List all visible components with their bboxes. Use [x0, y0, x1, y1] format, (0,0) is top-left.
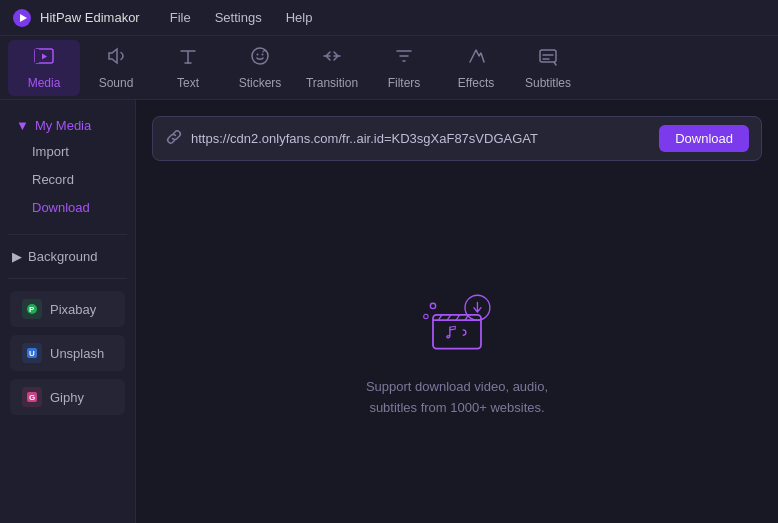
app-logo: [12, 8, 32, 28]
giphy-label: Giphy: [50, 390, 84, 405]
menu-settings[interactable]: Settings: [205, 8, 272, 27]
url-download-button[interactable]: Download: [659, 125, 749, 152]
download-label: Download: [32, 200, 90, 215]
toolbar: Media Sound Text: [0, 36, 778, 100]
toolbar-sound[interactable]: Sound: [80, 40, 152, 96]
toolbar-effects-label: Effects: [458, 76, 494, 90]
unsplash-label: Unsplash: [50, 346, 104, 361]
chevron-right-icon: ▶: [12, 249, 22, 264]
transition-icon: [321, 45, 343, 72]
toolbar-media[interactable]: Media: [8, 40, 80, 96]
menu-help[interactable]: Help: [276, 8, 323, 27]
stickers-icon: [249, 45, 271, 72]
sidebar-item-giphy[interactable]: G Giphy: [10, 379, 125, 415]
toolbar-text[interactable]: Text: [152, 40, 224, 96]
svg-rect-7: [540, 50, 556, 62]
media-icon: [33, 45, 55, 72]
main-layout: ▼ My Media Import Record Download ▶ Back…: [0, 100, 778, 523]
toolbar-subtitles[interactable]: Subtitles: [512, 40, 584, 96]
sources-list: P Pixabay U Unsplash G Giphy: [0, 285, 135, 421]
content-panel: Download: [136, 100, 778, 523]
sidebar: ▼ My Media Import Record Download ▶ Back…: [0, 100, 136, 523]
svg-text:U: U: [29, 349, 35, 358]
svg-rect-3: [35, 49, 39, 63]
my-media-label: My Media: [35, 118, 91, 133]
background-section: ▶ Background: [0, 241, 135, 272]
unsplash-icon: U: [22, 343, 42, 363]
app-name: HitPaw Edimakor: [40, 10, 140, 25]
link-icon: [165, 128, 183, 150]
chevron-down-icon: ▼: [16, 118, 29, 133]
toolbar-sound-label: Sound: [99, 76, 134, 90]
url-input[interactable]: [191, 131, 651, 146]
record-label: Record: [32, 172, 74, 187]
my-media-header[interactable]: ▼ My Media: [12, 114, 123, 137]
sidebar-separator-1: [8, 234, 127, 235]
subtitles-icon: [537, 45, 559, 72]
filters-icon: [393, 45, 415, 72]
empty-state-text: Support download video, audio, subtitles…: [366, 377, 548, 419]
titlebar: HitPaw Edimakor File Settings Help: [0, 0, 778, 36]
download-illustration: [407, 281, 507, 361]
toolbar-filters[interactable]: Filters: [368, 40, 440, 96]
sidebar-item-download[interactable]: Download: [16, 194, 119, 221]
effects-icon: [465, 45, 487, 72]
empty-line-1: Support download video, audio,: [366, 379, 548, 394]
toolbar-text-label: Text: [177, 76, 199, 90]
pixabay-label: Pixabay: [50, 302, 96, 317]
sidebar-item-import[interactable]: Import: [16, 138, 119, 165]
sound-icon: [105, 45, 127, 72]
svg-point-16: [430, 303, 435, 308]
pixabay-icon: P: [22, 299, 42, 319]
toolbar-stickers[interactable]: Stickers: [224, 40, 296, 96]
menu-file[interactable]: File: [160, 8, 201, 27]
giphy-icon: G: [22, 387, 42, 407]
svg-point-5: [257, 54, 259, 56]
toolbar-stickers-label: Stickers: [239, 76, 282, 90]
sidebar-item-pixabay[interactable]: P Pixabay: [10, 291, 125, 327]
empty-state: Support download video, audio, subtitles…: [136, 177, 778, 523]
toolbar-transition-label: Transition: [306, 76, 358, 90]
my-media-section: ▼ My Media Import Record Download: [0, 108, 135, 228]
background-label: Background: [28, 249, 97, 264]
sidebar-item-unsplash[interactable]: U Unsplash: [10, 335, 125, 371]
toolbar-effects[interactable]: Effects: [440, 40, 512, 96]
sidebar-separator-2: [8, 278, 127, 279]
background-header[interactable]: ▶ Background: [8, 245, 127, 268]
url-bar: Download: [152, 116, 762, 161]
svg-text:P: P: [29, 305, 35, 314]
import-label: Import: [32, 144, 69, 159]
svg-point-6: [262, 54, 264, 56]
svg-point-17: [424, 315, 428, 319]
svg-text:G: G: [29, 393, 35, 402]
toolbar-media-label: Media: [28, 76, 61, 90]
toolbar-subtitles-label: Subtitles: [525, 76, 571, 90]
menu-bar: File Settings Help: [160, 8, 323, 27]
text-icon: [177, 45, 199, 72]
toolbar-filters-label: Filters: [388, 76, 421, 90]
sidebar-item-record[interactable]: Record: [16, 166, 119, 193]
empty-line-2: subtitles from 1000+ websites.: [369, 400, 544, 415]
toolbar-transition[interactable]: Transition: [296, 40, 368, 96]
